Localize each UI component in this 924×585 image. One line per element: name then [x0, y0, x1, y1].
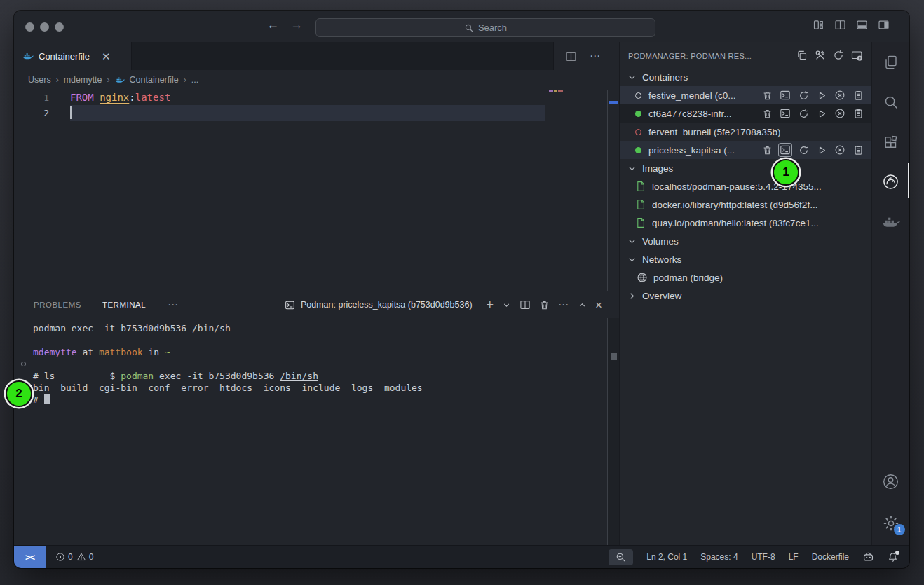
maximize-panel-icon[interactable] [578, 301, 587, 310]
copilot-icon[interactable] [862, 551, 874, 563]
restart-container-icon[interactable] [797, 107, 810, 120]
toggle-secondary-sidebar-icon[interactable] [878, 19, 890, 31]
start-container-icon[interactable] [815, 107, 828, 120]
toggle-panel-icon[interactable] [856, 19, 868, 31]
tab-problems[interactable]: PROBLEMS [33, 298, 82, 312]
terminal-title[interactable]: Podman: priceless_kapitsa (b753d0d9b536) [285, 300, 473, 310]
breadcrumb-item-containerfile[interactable]: Containerfile [130, 75, 179, 85]
image-row[interactable]: docker.io/library/httpd:latest (d9d56f2f… [620, 195, 871, 214]
minimap[interactable] [549, 90, 563, 92]
open-terminal-icon[interactable] [779, 144, 791, 156]
delete-container-icon[interactable] [761, 107, 773, 120]
restart-container-icon[interactable] [797, 89, 810, 102]
account-button[interactable] [872, 462, 909, 502]
zoom-button[interactable] [55, 22, 64, 32]
container-name: festive_mendel (c0... [648, 90, 736, 101]
activity-docker-button[interactable] [872, 202, 909, 242]
refresh-icon[interactable] [833, 50, 844, 61]
zoom-indicator[interactable] [609, 549, 633, 565]
kill-terminal-icon[interactable] [539, 300, 550, 310]
open-webview-icon[interactable] [851, 50, 863, 62]
view-logs-icon[interactable] [852, 107, 864, 120]
delete-container-icon[interactable] [761, 144, 773, 156]
minimize-button[interactable] [40, 22, 49, 32]
new-terminal-icon[interactable]: + [487, 298, 494, 311]
terminal-title-label: Podman: priceless_kapitsa (b753d0d9b536) [301, 300, 473, 310]
section-label: Networks [642, 254, 681, 265]
activity-search-button[interactable] [872, 82, 909, 122]
terminal-line: # [14, 394, 619, 406]
stop-container-icon[interactable] [834, 144, 846, 156]
tab-close-icon[interactable]: ✕ [102, 51, 111, 62]
container-row[interactable]: cf6a477c8238-infr... [620, 104, 871, 123]
start-container-icon[interactable] [815, 89, 828, 102]
problems-item[interactable]: 0 0 [55, 552, 93, 562]
breadcrumb-item-symbol[interactable]: ... [191, 75, 198, 85]
open-terminal-icon[interactable] [779, 89, 791, 102]
scrollbar-thumb[interactable] [611, 353, 617, 360]
duplicate-icon[interactable] [796, 50, 808, 61]
customize-layout-icon[interactable] [813, 19, 824, 31]
cursor-position-indicator[interactable]: Ln 2, Col 1 [646, 552, 687, 562]
section-containers[interactable]: Containers [620, 68, 871, 86]
code-editor[interactable]: 1 FROM nginx:latest 2 [14, 90, 619, 291]
error-count: 0 [68, 552, 73, 562]
eol-indicator[interactable]: LF [789, 552, 799, 562]
tab-terminal[interactable]: TERMINAL [102, 298, 147, 312]
breadcrumb-item-mdemytte[interactable]: mdemytte [64, 75, 102, 85]
section-networks[interactable]: Networks [620, 250, 871, 268]
view-logs-icon[interactable] [852, 89, 864, 102]
remote-indicator[interactable]: >< [14, 546, 46, 568]
container-status-created-icon [635, 92, 641, 99]
back-button[interactable]: ← [266, 18, 279, 32]
encoding-indicator[interactable]: UTF-8 [752, 552, 775, 562]
container-actions [761, 144, 871, 156]
settings-button[interactable]: 1 [872, 502, 909, 545]
stop-container-icon[interactable] [834, 107, 846, 120]
panel-views-more-icon[interactable]: ⋯ [168, 298, 179, 311]
delete-container-icon[interactable] [761, 89, 773, 102]
forward-button[interactable]: → [290, 18, 303, 32]
terminal-output[interactable]: podman exec -it b753d0d9b536 /bin/sh mde… [14, 318, 619, 545]
section-overview[interactable]: Overview [620, 287, 871, 305]
activity-extensions-button[interactable] [872, 122, 909, 162]
indentation-indicator[interactable]: Spaces: 4 [700, 552, 738, 562]
network-row[interactable]: podman (bridge) [620, 268, 871, 287]
terminal-more-icon[interactable]: ⋯ [558, 298, 569, 311]
activity-podman-button[interactable] [872, 162, 909, 202]
view-logs-icon[interactable] [852, 144, 864, 156]
open-terminal-icon[interactable] [779, 107, 791, 120]
command-decoration-icon[interactable] [21, 362, 26, 366]
container-row[interactable]: priceless_kapitsa (... [620, 141, 871, 159]
terminal-dropdown-icon[interactable] [502, 301, 511, 310]
editor-tab-containerfile[interactable]: Containerfile ✕ [14, 42, 132, 70]
section-volumes[interactable]: Volumes [620, 232, 871, 250]
search-icon [464, 23, 474, 33]
breadcrumb-item-users[interactable]: Users [28, 75, 51, 85]
restart-container-icon[interactable] [797, 144, 810, 156]
language-indicator[interactable]: Dockerfile [812, 552, 849, 562]
image-row[interactable]: localhost/podman-pause:5.4.2-174355... [620, 177, 871, 195]
toggle-sidebar-icon[interactable] [834, 19, 846, 31]
search-input[interactable]: Search [315, 18, 655, 37]
activity-explorer-button[interactable] [872, 42, 909, 82]
image-row[interactable]: quay.io/podman/hello:latest (83fc7ce1... [620, 214, 871, 232]
terminal-line-command: $ podman exec -it b753d0d9b536 /bin/sh [14, 358, 619, 370]
start-container-icon[interactable] [815, 144, 828, 156]
close-panel-icon[interactable]: × [595, 299, 602, 311]
code-line-2: 2 [14, 105, 619, 121]
editor-more-icon[interactable]: ⋯ [590, 50, 601, 62]
editor-group: Containerfile ✕ ⋯ Users › mdemytte › Con… [14, 42, 619, 545]
chevron-right-icon: › [107, 75, 110, 85]
terminal-scrollbar[interactable] [607, 318, 619, 545]
split-terminal-icon[interactable] [519, 299, 531, 310]
stop-container-icon[interactable] [834, 89, 846, 102]
notifications-bell[interactable] [888, 552, 898, 563]
section-images[interactable]: Images [620, 159, 871, 177]
split-editor-icon[interactable] [565, 50, 577, 62]
tools-icon[interactable] [815, 50, 826, 61]
container-row[interactable]: fervent_burnell (5fe21708a35b) [620, 123, 871, 141]
close-button[interactable] [25, 22, 34, 32]
code-image-name[interactable]: nginx [100, 92, 129, 103]
container-row[interactable]: festive_mendel (c0... [620, 86, 871, 104]
